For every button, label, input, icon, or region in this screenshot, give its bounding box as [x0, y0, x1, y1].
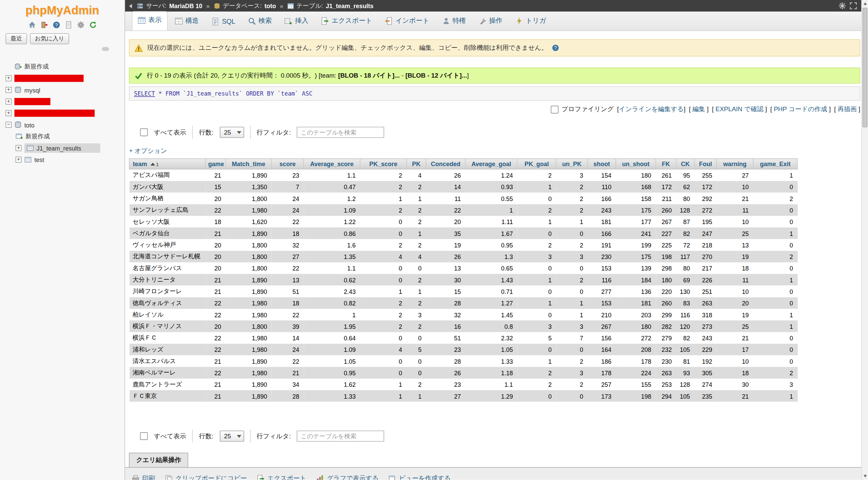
cell-value: 1,980 [225, 332, 272, 344]
expand-icon[interactable] [5, 99, 12, 105]
copy-to-clipboard-link[interactable]: クリップボードにコピー [165, 474, 247, 480]
vertical-scrollbar[interactable] [861, 0, 868, 480]
column-header[interactable]: Foul [694, 159, 716, 169]
sql-select-keyword[interactable]: SELECT [134, 90, 155, 97]
recent-button[interactable]: 最近 [5, 33, 27, 44]
column-header[interactable]: CK [676, 159, 694, 169]
show-all-checkbox[interactable] [140, 432, 148, 440]
profiling-label[interactable]: プロファイリング [562, 105, 614, 113]
profiling-link[interactable]: インラインを編集する [619, 106, 684, 113]
link-label: クリップボードにコピー [176, 474, 247, 480]
tab-import[interactable]: インポート [379, 12, 435, 31]
column-header[interactable]: game [206, 159, 226, 169]
profiling-link[interactable]: 編集 [692, 106, 705, 113]
column-header[interactable]: PK_score [360, 159, 407, 169]
column-header[interactable]: shoot [588, 159, 616, 169]
cell-value: 153 [588, 297, 616, 309]
selected-tree-item[interactable]: J1_team_results [24, 143, 100, 153]
display-chart-link[interactable]: グラフで表示する [316, 474, 379, 480]
export-link[interactable]: エクスポート [257, 474, 306, 480]
create-view-link[interactable]: ビューを作成する [389, 474, 451, 480]
column-header[interactable]: Average_goal [465, 159, 517, 169]
collapse-icon[interactable] [5, 122, 12, 128]
show-all-label[interactable]: すべて表示 [154, 432, 186, 440]
tab-sql[interactable]: SQL [206, 14, 241, 31]
logout-icon[interactable] [40, 21, 48, 29]
table-filter-input[interactable] [297, 431, 384, 442]
expand-icon[interactable] [16, 157, 22, 163]
expand-icon[interactable] [16, 145, 22, 151]
tree-item-database-toto[interactable]: toto [0, 119, 124, 131]
cell-value: 1,980 [225, 344, 272, 355]
sidebar-resize-handle[interactable] [102, 47, 109, 51]
tab-privileges[interactable]: 特権 [436, 12, 471, 31]
collapse-navigation-icon[interactable] [127, 2, 134, 9]
results-table: team1 gameMatch_timescoreAverage_scorePK… [129, 158, 797, 402]
expand-icon[interactable] [5, 75, 12, 81]
column-header[interactable]: Conceded [426, 159, 465, 169]
cell-value: 1.62 [304, 379, 360, 390]
tab-structure[interactable]: 構造 [170, 12, 204, 31]
column-header[interactable]: PK_goal [517, 159, 556, 169]
breadcrumb-db-link[interactable]: toto [264, 2, 276, 9]
profiling-link[interactable]: PHP コードの作成 [774, 106, 827, 113]
help-icon[interactable]: ? [552, 44, 559, 52]
cell-value: 1 [556, 297, 588, 309]
column-header[interactable]: Match_time [225, 159, 272, 169]
tab-browse[interactable]: 表示 [132, 11, 168, 31]
help-icon[interactable]: ? [52, 21, 60, 29]
column-header[interactable]: warning [716, 159, 753, 169]
column-header[interactable]: PK [407, 159, 426, 169]
tree-item-database-redacted-1[interactable] [0, 73, 124, 84]
tab-operations[interactable]: 操作 [473, 12, 508, 31]
tree-item-database-redacted-2[interactable] [0, 96, 124, 107]
show-all-checkbox[interactable] [140, 128, 148, 136]
scroll-up-arrow[interactable] [862, 0, 868, 7]
column-header[interactable]: FK [656, 159, 676, 169]
column-header[interactable]: un_shoot [616, 159, 656, 169]
cell-value: 2.43 [304, 285, 360, 297]
fullscreen-icon[interactable] [850, 2, 857, 9]
tab-insert[interactable]: 挿入 [279, 12, 314, 31]
tree-item-new-table[interactable]: 新規作成 [0, 131, 124, 142]
refresh-icon[interactable] [89, 21, 97, 29]
phpmyadmin-logo[interactable]: phpMyAdmin [0, 0, 124, 18]
scroll-down-arrow[interactable] [862, 473, 868, 480]
profiling-checkbox[interactable] [551, 105, 558, 113]
tree-item-new-database[interactable]: 新規作成 [0, 61, 124, 73]
favorites-button[interactable]: お気に入り [30, 33, 69, 44]
tree-item-table-j1-team-results[interactable]: J1_team_results [0, 142, 124, 154]
show-all-label[interactable]: すべて表示 [154, 128, 186, 136]
rows-per-page-select[interactable]: 25 [219, 431, 244, 442]
home-icon[interactable] [28, 21, 36, 29]
options-toggle[interactable]: + オプション [129, 147, 860, 155]
tab-search[interactable]: 検索 [242, 12, 277, 31]
tab-export[interactable]: エクスポート [316, 12, 378, 31]
column-header[interactable]: score [272, 159, 304, 169]
tree-item-table-test[interactable]: test [0, 154, 124, 165]
column-header[interactable]: un_PK [556, 159, 588, 169]
expand-icon[interactable] [5, 110, 12, 116]
table-filter-input[interactable] [297, 127, 384, 138]
print-link[interactable]: 印刷 [132, 474, 155, 480]
profiling-link[interactable]: 再描画 [837, 106, 856, 113]
column-header[interactable]: Average_score [304, 159, 360, 169]
cell-value: 0 [517, 344, 556, 355]
page-settings-icon[interactable] [839, 2, 846, 9]
docs-icon[interactable] [64, 21, 72, 29]
breadcrumb-server-link[interactable]: MariaDB 10 [169, 2, 202, 9]
breadcrumb-table-link[interactable]: J1_team_results [326, 2, 374, 9]
tab-triggers[interactable]: トリガ [510, 12, 552, 31]
settings-icon[interactable] [77, 21, 84, 29]
tree-item-database-mysql[interactable]: mysql [0, 84, 124, 96]
svg-text:?: ? [55, 22, 58, 28]
cell-value: 0 [360, 227, 407, 239]
profiling-link[interactable]: EXPLAIN で確認 [715, 106, 763, 113]
cell-value: 1.67 [465, 227, 517, 239]
rows-per-page-select[interactable]: 25 [219, 127, 244, 138]
expand-icon[interactable] [5, 87, 12, 93]
column-header-team[interactable]: team1 [129, 159, 205, 169]
scrollbar-thumb[interactable] [863, 8, 868, 127]
tree-item-database-redacted-3[interactable] [0, 107, 124, 119]
column-header[interactable]: game_Exit [753, 159, 797, 169]
